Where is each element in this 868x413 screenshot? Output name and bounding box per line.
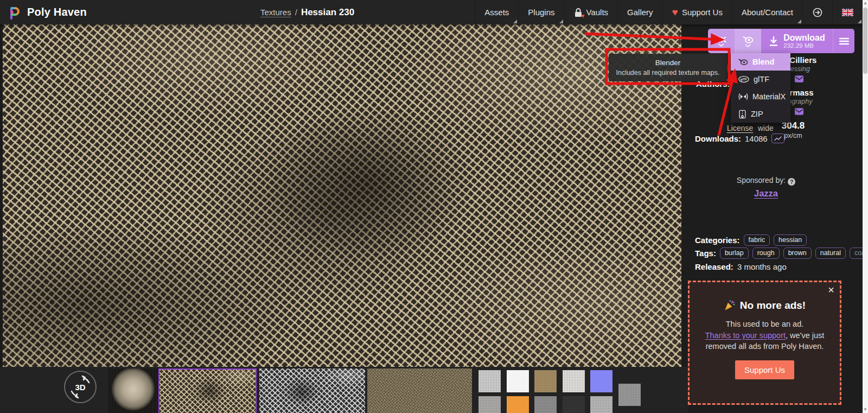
support-link[interactable]: Thanks to your support <box>705 331 786 340</box>
map-thumbnail[interactable] <box>534 370 557 392</box>
scroll-up-arrow[interactable]: ▲ <box>863 1 868 6</box>
tooltip-title: Blender <box>655 59 681 67</box>
format-option-blend[interactable]: Blend <box>731 53 790 71</box>
scroll-down-arrow[interactable]: ▼ <box>863 407 868 412</box>
tag-pill[interactable]: natural <box>815 247 846 259</box>
download-bar: 4K Download <box>708 29 854 53</box>
scrollbar-thumb[interactable] <box>863 8 867 74</box>
released-value: 3 months ago <box>737 262 787 271</box>
nav-item-assets[interactable]: Assets <box>475 0 518 24</box>
zip-file-icon <box>738 110 746 119</box>
breadcrumb-section-link[interactable]: Textures <box>260 8 291 17</box>
nav-links: Assets Plugins ♥ Vaults Gallery ♥ <box>475 0 863 24</box>
map-thumbnail[interactable] <box>507 396 529 413</box>
categories-row: Categories: fabric hessian <box>695 234 807 246</box>
map-thumbnail[interactable] <box>478 370 501 392</box>
category-pill[interactable]: fabric <box>744 234 770 246</box>
format-dropdown: Blend glTF glTF MaterialX <box>731 53 790 123</box>
svg-text:glTF: glTF <box>741 78 748 81</box>
nav-item-plugins[interactable]: Plugins <box>518 0 564 24</box>
tooltip-arrow <box>727 64 731 72</box>
materialx-icon <box>738 93 748 100</box>
party-popper-icon <box>724 300 736 312</box>
language-selector[interactable] <box>832 0 863 24</box>
texture-preview-image[interactable] <box>3 24 681 367</box>
released-row: Released: 3 months ago <box>695 262 787 271</box>
sponsor: Jazza <box>685 188 847 199</box>
download-menu-button[interactable] <box>833 29 854 53</box>
submenu-corner <box>559 20 563 23</box>
page-scrollbar[interactable]: ▲ ▼ <box>863 0 868 413</box>
map-thumbnail[interactable] <box>478 396 501 413</box>
ad-text: This used to be an ad. Thanks to your su… <box>690 319 840 352</box>
brand[interactable]: Poly Haven <box>0 5 87 20</box>
blender-icon <box>738 58 748 66</box>
download-icon <box>769 36 778 47</box>
download-label: Download <box>783 33 825 42</box>
mail-icon[interactable] <box>795 107 803 116</box>
tag-pill[interactable]: burlap <box>720 247 749 259</box>
map-thumbnail[interactable] <box>563 396 585 413</box>
login-icon <box>812 7 823 18</box>
downloads-stat: Downloads: 14086 <box>695 134 784 143</box>
brand-name: Poly Haven <box>27 6 87 18</box>
format-option-materialx[interactable]: MaterialX <box>731 88 790 105</box>
map-thumbnail[interactable] <box>507 370 529 392</box>
breadcrumb: Textures / Hessian 230 <box>260 0 354 24</box>
heart-icon: ♥ <box>672 7 678 17</box>
chevron-down-icon <box>718 43 724 47</box>
hamburger-icon <box>839 37 849 45</box>
map-thumbnail[interactable] <box>563 370 585 392</box>
rotate-arrows-icon <box>64 371 97 403</box>
format-option-gltf[interactable]: glTF glTF <box>731 71 790 88</box>
login-button[interactable] <box>802 0 832 24</box>
lock-icon: ♥ <box>574 8 583 17</box>
downloads-count: 14086 <box>745 134 768 143</box>
uk-flag-icon <box>842 9 853 16</box>
top-navbar: Poly Haven Textures / Hessian 230 Assets… <box>0 0 863 24</box>
tooltip-body: Includes all required texture maps. <box>616 69 719 77</box>
mail-icon[interactable] <box>795 75 803 83</box>
resolution-selector[interactable]: 4K <box>708 29 735 53</box>
thumbnail-selected-render[interactable] <box>158 368 257 413</box>
sponsored-by-label: Sponsored by:? <box>685 176 847 186</box>
thumbnail-sphere-render[interactable] <box>108 368 158 413</box>
polyhaven-logo-icon <box>7 5 22 20</box>
map-thumbnail[interactable] <box>590 396 612 413</box>
map-thumbnail[interactable] <box>534 396 557 413</box>
map-thumbnail-normal[interactable] <box>590 370 612 392</box>
thumbnail-grayscale-render[interactable] <box>259 368 365 413</box>
download-size: 232.29 MB <box>783 42 825 49</box>
help-icon[interactable]: ? <box>788 178 795 186</box>
chevron-down-icon <box>745 44 751 47</box>
blender-tooltip: Blender Includes all required texture ma… <box>609 54 727 81</box>
nav-item-support-us[interactable]: ♥ Support Us <box>662 0 732 24</box>
nav-item-about-contact[interactable]: About/Contact <box>732 0 802 24</box>
tag-pill[interactable]: rough <box>752 247 780 259</box>
tag-pill[interactable]: brown <box>783 247 812 259</box>
breadcrumb-separator: / <box>295 8 297 17</box>
3d-view-button[interactable]: 3D <box>64 371 97 403</box>
license-link[interactable]: License <box>727 124 753 132</box>
category-pill[interactable]: hessian <box>774 234 807 246</box>
gltf-icon: glTF <box>738 75 749 83</box>
format-option-zip[interactable]: ZIP <box>731 105 790 123</box>
thumbnail-flat-texture[interactable] <box>367 368 472 413</box>
polyhaven-page: Poly Haven Textures / Hessian 230 Assets… <box>0 0 868 413</box>
heart-badge-icon: ♥ <box>581 13 585 19</box>
format-selector-blender[interactable] <box>735 29 761 53</box>
submenu-corner <box>797 20 801 23</box>
dimensions-fragment: wide <box>758 124 774 132</box>
support-us-button[interactable]: Support Us <box>735 360 794 379</box>
close-icon[interactable]: × <box>828 284 834 295</box>
download-button[interactable]: Download 232.29 MB <box>761 29 833 53</box>
nav-item-vaults[interactable]: ♥ Vaults <box>564 0 618 24</box>
blender-icon <box>743 35 754 44</box>
sponsor-link[interactable]: Jazza <box>754 188 778 198</box>
stats-chart-icon[interactable] <box>771 134 784 143</box>
submenu-corner <box>858 20 861 23</box>
submenu-corner <box>513 20 517 23</box>
page-title: Hessian 230 <box>301 7 354 18</box>
map-thumbnail[interactable] <box>618 384 641 406</box>
nav-item-gallery[interactable]: Gallery <box>617 0 662 24</box>
